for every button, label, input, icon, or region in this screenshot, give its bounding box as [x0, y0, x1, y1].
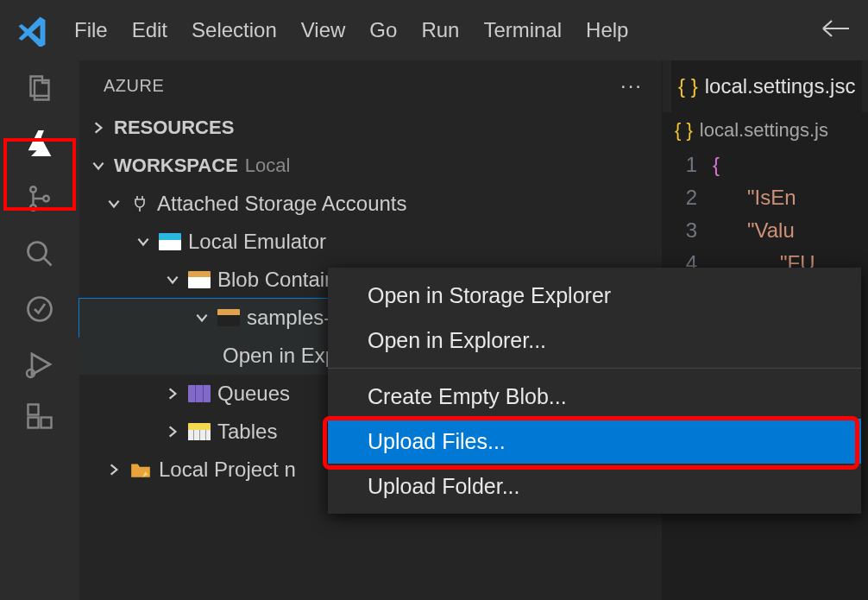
editor-breadcrumb[interactable]: { } local.settings.js — [663, 112, 868, 148]
editor-tab-label: local.settings.jsc — [705, 74, 856, 98]
title-bar: File Edit Selection View Go Run Terminal… — [0, 0, 868, 60]
context-menu: Open in Storage Explorer Open in Explore… — [328, 268, 861, 514]
menu-selection[interactable]: Selection — [192, 18, 277, 42]
chevron-right-icon — [105, 461, 123, 478]
menu-view[interactable]: View — [301, 18, 346, 42]
section-workspace-suffix: Local — [245, 155, 291, 177]
section-workspace[interactable]: WORKSPACE Local — [79, 147, 662, 185]
menu-go[interactable]: Go — [369, 18, 397, 42]
explorer-icon[interactable] — [22, 71, 57, 105]
code-line: 3 "Valu — [666, 214, 868, 247]
section-resources[interactable]: RESOURCES — [79, 109, 662, 147]
line-number: 1 — [666, 153, 713, 177]
sidebar-header: AZURE ··· — [79, 60, 662, 109]
section-resources-label: RESOURCES — [114, 117, 234, 139]
editor-tabbar: { } local.settings.jsc — [663, 60, 868, 112]
line-number: 3 — [666, 218, 713, 243]
sidebar-more-icon[interactable]: ··· — [620, 73, 643, 98]
json-file-icon: { } — [675, 119, 693, 142]
vscode-logo-icon — [16, 14, 48, 47]
menu-help[interactable]: Help — [586, 18, 628, 42]
code-line: 1 { — [666, 148, 868, 181]
node-queues-label: Queues — [217, 382, 290, 406]
chevron-right-icon — [164, 385, 181, 402]
code-text: { — [713, 153, 720, 177]
sidebar-title: AZURE — [104, 76, 164, 96]
svg-rect-8 — [41, 418, 52, 428]
chevron-down-icon — [90, 157, 107, 174]
section-workspace-label: WORKSPACE — [114, 155, 238, 177]
json-file-icon: { } — [678, 74, 698, 98]
plug-icon — [129, 193, 150, 214]
chevron-down-icon — [164, 271, 181, 288]
svg-point-1 — [30, 205, 36, 211]
chevron-down-icon — [105, 195, 123, 212]
azure-icon[interactable] — [22, 126, 57, 161]
node-attached-storage[interactable]: Attached Storage Accounts — [79, 185, 662, 223]
node-local-project-label: Local Project n — [159, 458, 296, 482]
svg-point-0 — [30, 186, 36, 193]
storage-account-icon — [159, 231, 181, 253]
menu-terminal[interactable]: Terminal — [483, 18, 562, 42]
chevron-down-icon — [193, 309, 211, 326]
run-debug-icon[interactable] — [22, 347, 57, 382]
testing-icon[interactable] — [22, 292, 57, 326]
node-attached-storage-label: Attached Storage Accounts — [157, 192, 407, 216]
node-tables-label: Tables — [217, 420, 277, 444]
folder-icon — [217, 306, 240, 329]
chevron-right-icon — [90, 119, 107, 136]
node-local-emulator-label: Local Emulator — [188, 230, 326, 254]
project-folder-icon — [129, 460, 152, 479]
svg-rect-6 — [28, 405, 39, 415]
chevron-right-icon — [164, 423, 181, 440]
back-arrow-icon[interactable] — [821, 18, 851, 42]
cm-separator — [328, 368, 861, 369]
cm-open-storage-explorer[interactable]: Open in Storage Explorer — [328, 273, 861, 318]
svg-point-2 — [43, 196, 49, 202]
svg-point-4 — [28, 298, 52, 321]
code-text: "IsEn — [747, 186, 796, 210]
folder-icon — [188, 268, 211, 291]
code-text: "Valu — [747, 218, 795, 243]
menubar: File Edit Selection View Go Run Terminal… — [74, 18, 821, 42]
code-line: 2 "IsEn — [666, 181, 868, 214]
cm-create-empty-blob[interactable]: Create Empty Blob... — [328, 374, 861, 419]
cm-upload-folder[interactable]: Upload Folder... — [328, 464, 861, 508]
node-open-in-explorer-label: Open in Expl — [223, 344, 341, 368]
editor-breadcrumb-label: local.settings.js — [700, 119, 828, 142]
menu-file[interactable]: File — [74, 18, 108, 42]
line-number: 2 — [666, 186, 713, 210]
cm-open-explorer[interactable]: Open in Explorer... — [328, 318, 861, 363]
search-icon[interactable] — [22, 237, 57, 271]
source-control-icon[interactable] — [22, 181, 57, 216]
queues-icon — [188, 382, 211, 405]
extensions-icon[interactable] — [22, 399, 57, 433]
tables-icon — [188, 420, 211, 443]
menu-edit[interactable]: Edit — [132, 18, 167, 42]
activity-bar — [0, 60, 79, 600]
svg-point-3 — [28, 243, 47, 261]
svg-rect-7 — [28, 418, 39, 428]
editor-tab-local-settings[interactable]: { } local.settings.jsc — [671, 60, 862, 112]
menu-run[interactable]: Run — [421, 18, 459, 42]
chevron-down-icon — [135, 233, 152, 250]
node-local-emulator[interactable]: Local Emulator — [79, 223, 662, 261]
cm-upload-files[interactable]: Upload Files... — [328, 419, 861, 464]
